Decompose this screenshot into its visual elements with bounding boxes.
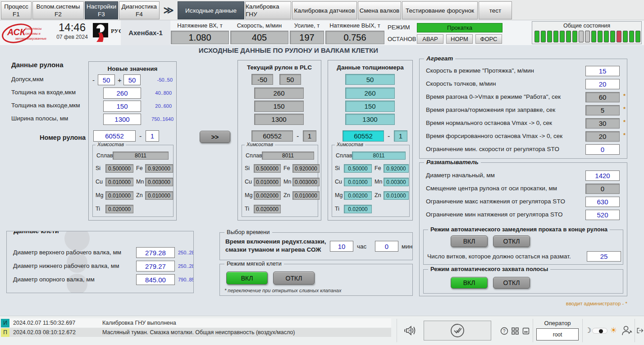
sto-min-tension-input[interactable]: 520 — [585, 210, 620, 220]
sto-max-tension-input[interactable]: 630 — [585, 197, 620, 207]
soft-stand-group: Режим мягкой клети ВКЛ ОТКЛ * переключен… — [219, 264, 413, 296]
lube-hours-input[interactable]: 10 — [330, 241, 353, 252]
tab-settings-active[interactable]: НастройкиF3 — [85, 1, 118, 19]
initial-diameter-input[interactable]: 1420 — [585, 170, 620, 181]
tabs-overflow-chevron-icon[interactable]: ≫ — [160, 1, 177, 19]
subtab-nozzle-testing[interactable]: Тестирование форсунок — [402, 1, 478, 19]
chem-title: Химсостав — [96, 142, 126, 147]
threading-speed-input[interactable]: 15 — [585, 66, 620, 76]
theme-toggle[interactable] — [592, 328, 607, 334]
soft-stand-on-button[interactable]: ВКЛ — [226, 271, 268, 285]
chem-el: Cu — [245, 179, 252, 185]
thickness-in-label: Толщина на входе,мкм — [11, 89, 76, 96]
upper-work-roll-input[interactable]: 279.28 — [136, 247, 175, 258]
chem-val: 0.00300 — [384, 178, 409, 186]
chem-el: Mg — [96, 192, 103, 198]
header: АСК Комплексы системы и автоматизированн… — [0, 20, 644, 45]
svg-text:?: ? — [503, 329, 506, 334]
chem-val: 0.003000 — [292, 178, 320, 186]
thickness-out-label: Толщина на выходе,мкм — [11, 102, 80, 109]
jog-speed-input[interactable]: 20 — [585, 79, 620, 89]
backup-roll-input[interactable]: 845.00 — [136, 274, 175, 285]
range-hint: 250..280 — [178, 263, 194, 269]
subtab-label: Калибровка датчиков — [294, 7, 355, 14]
subtab-gnu-calibration[interactable]: Калибровка ГНУ — [245, 1, 291, 19]
acknowledge-button[interactable] — [424, 321, 491, 340]
normal-stop-time-field: 30 — [585, 118, 620, 129]
grip-off-button[interactable]: ОТКЛ — [493, 277, 530, 289]
range-hint: 250..280 — [178, 250, 194, 255]
state-led — [553, 31, 558, 42]
tolerance-range-hint: -50..50 — [157, 77, 173, 83]
user-admin-icon[interactable] — [621, 324, 633, 337]
tab-diagnostics[interactable]: ДиагностикаF4 — [119, 1, 160, 19]
lower-work-roll-input[interactable]: 279.27 — [136, 261, 175, 271]
state-led — [598, 31, 603, 42]
stop-emergency-button[interactable]: АВАР — [417, 34, 443, 44]
clock: 14:46 07 фев 2024 — [54, 21, 90, 40]
unc-row-label: Ограничение мин натяжения от регулятора … — [426, 211, 563, 218]
state-led — [560, 31, 565, 42]
tab-fkey: F4 — [136, 10, 143, 18]
gauge-title: Данные толщиномера — [328, 64, 412, 71]
grip-on-button[interactable]: ВКЛ — [451, 277, 488, 289]
metric-speed: Скорость, м/мин 405 — [230, 21, 288, 44]
roll-number-input[interactable]: 60552 — [93, 130, 136, 142]
thickness-out-input[interactable]: 150 — [103, 101, 141, 112]
time-select-group: Выбор времени Время включения редукт.сма… — [219, 232, 413, 260]
chem-el: Ti — [335, 206, 339, 212]
clock-date: 07 фев 2024 — [54, 34, 90, 40]
alloy-label: Сплав — [96, 152, 113, 159]
chem-el: Zn — [375, 192, 381, 198]
star-mark: * — [623, 119, 626, 125]
logout-icon[interactable] — [636, 326, 644, 335]
thickness-in-input[interactable]: 260 — [103, 87, 141, 99]
metric-label: Натяжение ВЫХ, т — [325, 21, 384, 31]
subtab-sensor-calibration[interactable]: Калибровка датчиков — [292, 1, 357, 19]
subtab-source-data-active[interactable]: Исходные данные — [178, 1, 244, 19]
sto-min-speed-input[interactable]: 0 — [585, 144, 620, 155]
lube-minutes-input[interactable]: 0 — [375, 241, 398, 252]
subtab-roll-change[interactable]: Смена валков — [358, 1, 401, 19]
stop-button-label: АВАР — [422, 36, 438, 42]
lower-work-roll-label: Диаметр нижнего рабочего валка, мм — [13, 262, 119, 269]
range-hint: 790..850 — [178, 277, 194, 282]
chem-val: 0.010000 — [105, 178, 133, 186]
transfer-to-plc-button[interactable]: >> — [200, 131, 230, 143]
chem-val: 0.00200 — [344, 191, 372, 200]
plc-strip-width: 1300 — [254, 114, 304, 125]
general-states-panel: Общие состояния — [532, 21, 642, 44]
chem-val: 0.500000 — [254, 164, 281, 173]
stop-normal-button[interactable]: НОРМ — [446, 34, 473, 44]
subtab-test[interactable]: тест — [479, 1, 512, 19]
star-mark: * — [623, 132, 626, 138]
apps-grid-icon[interactable] — [511, 327, 519, 335]
tab-process[interactable]: ПроцессF1 — [1, 1, 32, 19]
stop-forced-button[interactable]: ФОРС — [475, 34, 502, 44]
time-select-title: Выбор времени — [224, 229, 272, 235]
gauge-roll-batch: 1 — [394, 130, 407, 142]
slowdown-on-button[interactable]: ВКЛ — [451, 235, 488, 247]
help-icon[interactable]: ? — [500, 327, 508, 335]
state-led — [610, 31, 615, 42]
soft-stand-off-button[interactable]: ОТКЛ — [273, 271, 315, 285]
tab-aux-systems[interactable]: Вспом.системыF2 — [32, 1, 84, 19]
threading-accel-time-field: 5 — [585, 105, 620, 115]
divider — [582, 319, 583, 342]
roll-batch-input[interactable]: 1 — [146, 130, 159, 142]
dash: - — [388, 132, 390, 140]
strip-width-input[interactable]: 1300 — [103, 114, 141, 125]
turns-remaining-input[interactable]: 25 — [587, 251, 621, 262]
speaker-icon[interactable]: P — [402, 324, 418, 337]
tolerance-minus-input[interactable]: 50 — [98, 74, 115, 85]
state-led — [635, 31, 640, 42]
star-mark: * — [623, 106, 626, 112]
metric-value: 405 — [230, 31, 288, 44]
panel-icon[interactable] — [522, 327, 530, 335]
metric-label: Натяжение ВХ, т — [171, 21, 229, 31]
state-led — [566, 31, 571, 42]
tolerance-plus-input[interactable]: 50 — [123, 74, 141, 85]
operator-value-box[interactable]: root — [536, 328, 579, 340]
message-text: Масляный туман. Смазка моталки. Общая не… — [102, 329, 295, 336]
slowdown-off-button[interactable]: ОТКЛ — [493, 235, 530, 247]
